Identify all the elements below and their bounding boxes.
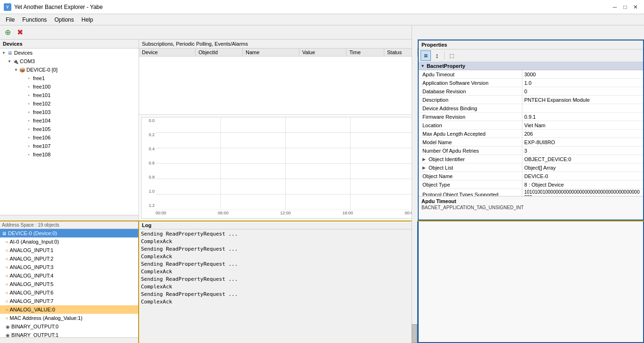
devices-panel: Devices ▼ 🖥 Devices ▼ 🔌 COM3	[0, 40, 139, 220]
log-line-2: ComplexAck	[141, 238, 415, 245]
tree-item-free102[interactable]: ● free102	[0, 99, 139, 108]
addr-item-ai5[interactable]: ≈ ANALOG_INPUT:5	[0, 280, 138, 288]
bullet-icon7: ●	[25, 126, 32, 132]
tree-item-free103[interactable]: ● free103	[0, 108, 139, 116]
prop-name-model-name: Model Name	[419, 138, 522, 146]
prop-row-description[interactable]: Description PNTECH Expansion Module	[419, 96, 643, 104]
addr-item-ai3[interactable]: ≈ ANALOG_INPUT:3	[0, 263, 138, 271]
log-content[interactable]: Sending ReadPropertyRequest ... ComplexA…	[139, 229, 417, 343]
tree-item-free101[interactable]: ● free101	[0, 91, 139, 99]
prop-value-location: Viet Nam	[522, 121, 643, 129]
properties-header: Properties	[419, 41, 643, 49]
tree-item-device0[interactable]: ▼ 📦 DEVICE-0 [0]	[0, 65, 139, 74]
devices-tree[interactable]: ▼ 🖥 Devices ▼ 🔌 COM3 ▼	[0, 49, 139, 215]
tree-item-free107[interactable]: ● free107	[0, 142, 139, 150]
menu-options[interactable]: Options	[50, 15, 77, 25]
bullet-icon10: ●	[25, 151, 32, 158]
addr-item-mac[interactable]: ≈ MAC Address (Analog_Value:1)	[0, 314, 138, 322]
addr-item-bo1[interactable]: ◉ BINARY_OUTPUT:1	[0, 331, 138, 337]
subscriptions-body	[139, 57, 418, 114]
analog-icon-ai4: ≈	[6, 273, 8, 278]
prop-row-proto-obj-types[interactable]: Protocol Object Types Supported 10101001…	[419, 189, 643, 196]
addr-item-dev0[interactable]: 🖥 DEVICE-0 (Device:0)	[0, 229, 138, 237]
tree-item-devices[interactable]: ▼ 🖥 Devices	[0, 49, 139, 57]
tree-item-free108[interactable]: ● free108	[0, 150, 139, 159]
addr-item-ai6[interactable]: ≈ ANALOG_INPUT:6	[0, 288, 138, 297]
prop-row-app-sw-version[interactable]: Application Software Version 1.0	[419, 79, 643, 87]
prop-value-apdu-timeout: 3000	[522, 70, 643, 78]
properties-toolbar: ≡ ↕ ⬚	[419, 49, 643, 62]
prop-value-obj-identifier: OBJECT_DEVICE:0	[522, 155, 643, 163]
prop-row-model-name[interactable]: Model Name EXP-8UI8RO	[419, 138, 643, 147]
x-label-0600: 06:00	[218, 211, 229, 217]
prop-description: Apdu Timeout BACNET_APPLICATION_TAG_UNSI…	[419, 196, 643, 220]
prop-name-max-apdu: Max Apdu Length Accepted	[419, 130, 522, 138]
copy-btn[interactable]: ⬚	[446, 50, 457, 61]
prop-row-obj-identifier[interactable]: ▶ Object Identifier OBJECT_DEVICE:0	[419, 155, 643, 163]
window-title: Yet Another Bacnet Explorer - Yabe	[14, 4, 103, 10]
prop-row-obj-list[interactable]: ▶ Object List Object[] Array	[419, 163, 643, 172]
prop-row-firmware[interactable]: Firmware Revision 0.9.1	[419, 113, 643, 121]
prop-row-max-apdu[interactable]: Max Apdu Length Accepted 206	[419, 130, 643, 138]
prop-value-proto-obj-types: 1010100100000000000000000000000000000000…	[522, 189, 643, 196]
y-label-06: 0.6	[142, 161, 155, 165]
close-button[interactable]: ✕	[631, 2, 640, 12]
addr-label-ai0: AI-0 (Analog_Input:0)	[10, 239, 59, 245]
subscriptions-header: Subscriptions, Periodic Polling, Events/…	[139, 40, 418, 49]
log-scrollbar-thumb[interactable]	[412, 324, 417, 343]
tree-item-com3[interactable]: ▼ 🔌 COM3	[0, 57, 139, 65]
addr-item-ai0[interactable]: ≈ AI-0 (Analog_Input:0)	[0, 237, 138, 246]
app-icon: Y	[4, 3, 11, 11]
addr-label-ai1: ANALOG_INPUT:1	[10, 247, 54, 253]
analog-icon-ai7: ≈	[6, 299, 8, 304]
prop-row-apdu-timeout[interactable]: Apdu Timeout 3000	[419, 70, 643, 79]
tree-item-free100[interactable]: ● free100	[0, 82, 139, 91]
addr-label-mac: MAC Address (Analog_Value:1)	[10, 315, 83, 321]
tree-label-free100: free100	[33, 84, 50, 90]
prop-row-obj-name[interactable]: Object Name DEVICE-0	[419, 172, 643, 180]
properties-table[interactable]: ▼ BacnetProperty Apdu Timeout 3000 Appli…	[419, 62, 643, 196]
prop-row-location[interactable]: Location Viet Nam	[419, 121, 643, 130]
add-button[interactable]: ⊕	[2, 27, 13, 38]
prop-section-bacnet[interactable]: ▼ BacnetProperty	[419, 62, 643, 70]
sort-alpha-btn[interactable]: ↕	[432, 50, 442, 61]
address-list[interactable]: 🖥 DEVICE-0 (Device:0) ≈ AI-0 (Analog_Inp…	[0, 229, 138, 337]
bullet-icon6: ●	[25, 117, 32, 124]
y-label-08: 0.8	[142, 175, 155, 180]
addr-item-ai4[interactable]: ≈ ANALOG_INPUT:4	[0, 271, 138, 280]
addr-item-ai1[interactable]: ≈ ANALOG_INPUT:1	[0, 246, 138, 254]
title-bar-left: Y Yet Another Bacnet Explorer - Yabe	[4, 3, 103, 11]
tree-item-free104[interactable]: ● free104	[0, 116, 139, 125]
tree-item-free105[interactable]: ● free105	[0, 125, 139, 133]
tree-item-free106[interactable]: ● free106	[0, 133, 139, 142]
prop-row-num-apdu-retries[interactable]: Number Of Apdu Retries 3	[419, 147, 643, 155]
chart-y-labels: 1.2 1.0 0.8 0.6 0.4 0.2 0.0	[141, 117, 156, 209]
minimize-button[interactable]: ─	[610, 2, 619, 12]
sort-cat-btn[interactable]: ≡	[421, 50, 431, 61]
address-scrollbar[interactable]	[0, 337, 138, 343]
log-center-area: Log Sending ReadPropertyRequest ... Comp…	[139, 221, 418, 343]
tree-item-free1[interactable]: ● free1	[0, 74, 139, 82]
tree-label-free106: free106	[33, 135, 50, 140]
prop-value-obj-list: Object[] Array	[522, 163, 643, 172]
addr-item-ai7[interactable]: ≈ ANALOG_INPUT:7	[0, 297, 138, 305]
x-label-1800: 18:00	[342, 211, 353, 217]
addr-item-bo0[interactable]: ◉ BINARY_OUTPUT:0	[0, 322, 138, 331]
prop-row-obj-type[interactable]: Object Type 8 : Object Device	[419, 180, 643, 189]
log-scrollbar[interactable]	[412, 221, 417, 343]
menu-help[interactable]: Help	[78, 15, 97, 25]
log-line-7: Sending ReadPropertyRequest ...	[141, 276, 415, 283]
prop-value-description: PNTECH Expansion Module	[522, 96, 643, 104]
menu-file[interactable]: File	[2, 15, 18, 25]
prop-name-description: Description	[419, 96, 522, 104]
devices-scrollbar[interactable]	[0, 215, 139, 220]
addr-item-av0[interactable]: ≈ ANALOG_VALUE:0	[0, 305, 138, 314]
menu-functions[interactable]: Functions	[18, 15, 50, 25]
maximize-button[interactable]: □	[620, 2, 630, 12]
prop-row-device-addr-binding[interactable]: Device Address Binding	[419, 104, 643, 113]
addr-item-ai2[interactable]: ≈ ANALOG_INPUT:2	[0, 254, 138, 263]
addr-label-ai5: ANALOG_INPUT:5	[10, 281, 54, 287]
prop-row-db-revision[interactable]: Database Revision 0	[419, 87, 643, 96]
remove-button[interactable]: ✖	[14, 27, 25, 38]
analog-icon-ai1: ≈	[6, 248, 8, 253]
